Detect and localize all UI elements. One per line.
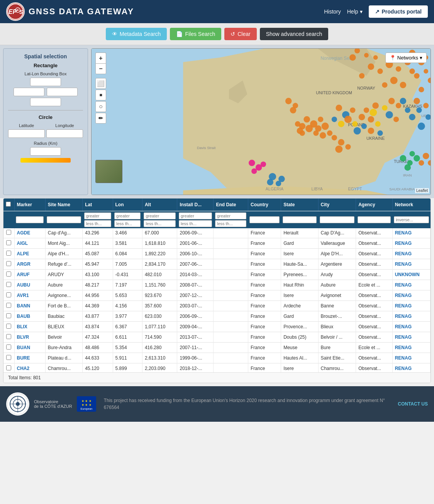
bb-north-input[interactable] bbox=[30, 78, 61, 86]
filter-alt-greater[interactable] bbox=[144, 212, 176, 219]
filter-install-less[interactable] bbox=[179, 220, 212, 227]
marker-link[interactable]: CHA2 bbox=[17, 366, 30, 371]
row-checkbox[interactable] bbox=[6, 365, 11, 370]
bb-west-input[interactable] bbox=[14, 88, 44, 96]
filter-alt[interactable] bbox=[142, 211, 177, 228]
circle-lat-input[interactable] bbox=[8, 129, 45, 138]
network-link[interactable]: UNKNOWN bbox=[395, 272, 420, 277]
filter-end-less[interactable] bbox=[215, 220, 247, 227]
network-link[interactable]: RENAG bbox=[395, 303, 412, 309]
filter-state[interactable] bbox=[281, 211, 318, 228]
filter-site-name[interactable] bbox=[45, 211, 82, 228]
network-link[interactable]: RENAG bbox=[395, 241, 412, 246]
network-link[interactable]: RENAG bbox=[395, 293, 412, 298]
row-checkbox[interactable] bbox=[6, 282, 11, 287]
network-link[interactable]: RENAG bbox=[395, 282, 412, 288]
map-container[interactable]: Norwegian Sea NORWAY POLAND UKRAINE KAZA… bbox=[91, 48, 431, 195]
row-checkbox[interactable] bbox=[6, 324, 11, 329]
row-checkbox-cell[interactable] bbox=[3, 249, 14, 259]
circle-draw-button[interactable]: ○ bbox=[95, 101, 106, 112]
table-wrapper[interactable]: Marker Site Name Lat Lon Alt Install D..… bbox=[3, 199, 431, 372]
filter-agency-input[interactable] bbox=[358, 216, 391, 223]
filter-network[interactable] bbox=[392, 211, 430, 228]
row-checkbox-cell[interactable] bbox=[3, 301, 14, 311]
filter-country-input[interactable] bbox=[249, 216, 279, 223]
select-all-checkbox[interactable] bbox=[6, 202, 11, 207]
products-portal-button[interactable]: ↗ Products portal bbox=[369, 5, 428, 18]
network-link[interactable]: RENAG bbox=[395, 261, 412, 267]
marker-link[interactable]: AUBU bbox=[17, 282, 31, 288]
row-checkbox[interactable] bbox=[6, 251, 11, 256]
row-checkbox[interactable] bbox=[6, 240, 11, 245]
filter-city[interactable] bbox=[318, 211, 356, 228]
radius-input[interactable] bbox=[30, 147, 61, 156]
filter-network-input[interactable] bbox=[394, 216, 429, 223]
row-checkbox[interactable] bbox=[6, 344, 11, 350]
history-link[interactable]: History bbox=[324, 8, 341, 15]
network-link[interactable]: RENAG bbox=[395, 334, 412, 340]
marker-link[interactable]: BURE bbox=[17, 355, 30, 361]
marker-link[interactable]: ALPE bbox=[17, 251, 29, 256]
row-checkbox[interactable] bbox=[6, 313, 11, 318]
network-link[interactable]: RENAG bbox=[395, 366, 412, 371]
row-checkbox-cell[interactable] bbox=[3, 322, 14, 332]
row-checkbox-cell[interactable] bbox=[3, 259, 14, 270]
filter-install-greater[interactable] bbox=[179, 212, 212, 219]
filter-marker-input[interactable] bbox=[16, 216, 44, 223]
row-checkbox[interactable] bbox=[6, 292, 11, 297]
network-link[interactable]: RENAG bbox=[395, 355, 412, 361]
marker-link[interactable]: ARGR bbox=[17, 261, 31, 267]
select-all-header[interactable] bbox=[3, 199, 14, 211]
row-checkbox-cell[interactable] bbox=[3, 343, 14, 353]
filter-lat-less[interactable] bbox=[84, 220, 111, 227]
filter-marker[interactable] bbox=[14, 211, 45, 228]
show-advanced-search-button[interactable]: Show advanced search bbox=[260, 28, 329, 40]
marker-link[interactable]: AVR1 bbox=[17, 293, 29, 298]
row-checkbox-cell[interactable] bbox=[3, 270, 14, 280]
marker-link[interactable]: BAUB bbox=[17, 314, 31, 319]
marker-link[interactable]: ARUF bbox=[17, 272, 30, 277]
row-checkbox[interactable] bbox=[6, 230, 11, 235]
network-link[interactable]: RENAG bbox=[395, 230, 412, 236]
row-checkbox-cell[interactable] bbox=[3, 228, 14, 238]
help-dropdown[interactable]: Help ▾ bbox=[347, 8, 363, 15]
marker-link[interactable]: BLIX bbox=[17, 324, 27, 329]
filter-agency[interactable] bbox=[356, 211, 392, 228]
row-checkbox[interactable] bbox=[6, 261, 11, 266]
filter-lon-greater[interactable] bbox=[114, 212, 141, 219]
marker-link[interactable]: AGDE bbox=[17, 230, 31, 236]
rectangle-draw-button[interactable]: ⬜ bbox=[95, 78, 106, 89]
filter-lon[interactable] bbox=[113, 211, 142, 228]
network-link[interactable]: RENAG bbox=[395, 324, 412, 329]
filter-end-date[interactable] bbox=[214, 211, 248, 228]
filter-end-greater[interactable] bbox=[215, 212, 247, 219]
filter-site-name-input[interactable] bbox=[47, 216, 81, 223]
row-checkbox[interactable] bbox=[6, 355, 11, 360]
row-checkbox-cell[interactable] bbox=[3, 238, 14, 249]
metadata-search-button[interactable]: 👁 Metadata Search bbox=[106, 28, 167, 40]
row-checkbox[interactable] bbox=[6, 303, 11, 308]
network-link[interactable]: RENAG bbox=[395, 251, 412, 256]
contact-link[interactable]: CONTACT US bbox=[398, 401, 428, 407]
network-link[interactable]: RENAG bbox=[395, 314, 412, 319]
row-checkbox-cell[interactable] bbox=[3, 290, 14, 301]
filter-alt-less[interactable] bbox=[144, 220, 176, 227]
row-checkbox-cell[interactable] bbox=[3, 311, 14, 322]
row-checkbox-cell[interactable] bbox=[3, 280, 14, 290]
row-checkbox-cell[interactable] bbox=[3, 353, 14, 363]
marker-link[interactable]: BANN bbox=[17, 303, 31, 309]
filter-city-input[interactable] bbox=[320, 216, 354, 223]
filter-install-date[interactable] bbox=[177, 211, 214, 228]
square-draw-button[interactable]: ■ bbox=[95, 90, 106, 100]
row-checkbox[interactable] bbox=[6, 272, 11, 277]
marker-link[interactable]: AIGL bbox=[17, 241, 28, 246]
zoom-in-button[interactable]: + bbox=[95, 53, 106, 63]
filter-lat[interactable] bbox=[83, 211, 113, 228]
filter-country[interactable] bbox=[248, 211, 281, 228]
files-search-button[interactable]: 📄 Files Search bbox=[170, 28, 221, 40]
zoom-out-button[interactable]: − bbox=[95, 63, 106, 74]
clear-button[interactable]: ↺ Clear bbox=[224, 28, 256, 40]
marker-link[interactable]: BLVR bbox=[17, 334, 29, 340]
row-checkbox-cell[interactable] bbox=[3, 363, 14, 373]
filter-lon-less[interactable] bbox=[114, 220, 141, 227]
